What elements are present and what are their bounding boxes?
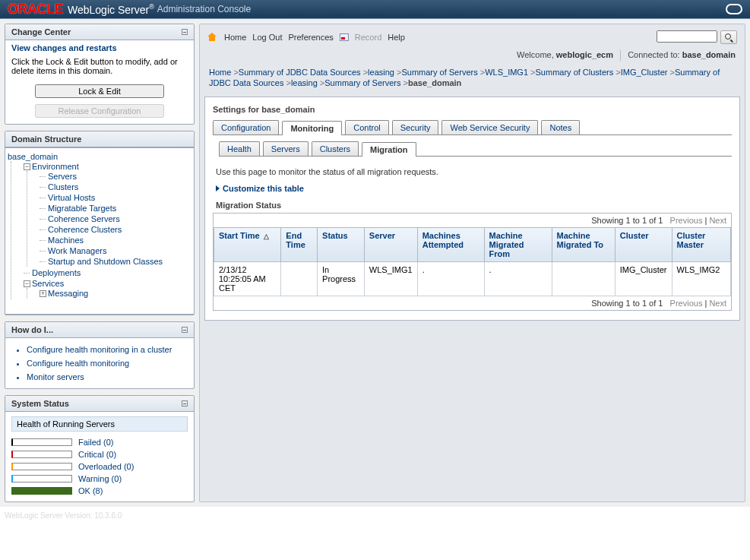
preferences-link[interactable]: Preferences xyxy=(288,33,333,42)
breadcrumb-link[interactable]: Summary of Servers xyxy=(324,78,400,87)
tree-item[interactable]: Startup and Shutdown Classes xyxy=(48,257,163,266)
tab-servers[interactable]: Servers xyxy=(263,141,309,156)
collapse-icon[interactable] xyxy=(182,327,188,333)
expand-icon[interactable]: − xyxy=(24,163,30,170)
breadcrumb-link[interactable]: Summary of JDBC Data Sources xyxy=(239,68,361,77)
domain-tree[interactable]: base_domain −Environment ServersClusters… xyxy=(5,147,195,315)
tab-control[interactable]: Control xyxy=(345,120,388,134)
home-link[interactable]: Home xyxy=(224,33,246,42)
header-bar: ORACLE WebLogic Server® Administration C… xyxy=(0,0,750,19)
tree-item[interactable]: Migratable Targets xyxy=(48,204,116,213)
connected-domain: base_domain xyxy=(682,50,736,59)
tree-item[interactable]: Servers xyxy=(48,172,77,181)
left-column: Change Center View changes and restarts … xyxy=(5,24,195,502)
tab-migration[interactable]: Migration xyxy=(362,142,416,157)
column-header[interactable]: Status xyxy=(318,227,365,261)
tab-monitoring[interactable]: Monitoring xyxy=(282,121,342,135)
tree-item[interactable]: Coherence Clusters xyxy=(48,225,122,234)
status-link[interactable]: Warning (0) xyxy=(78,474,122,483)
change-desc: Click the Lock & Edit button to modify, … xyxy=(5,57,194,81)
tree-services[interactable]: Services xyxy=(32,279,64,288)
breadcrumb-link[interactable]: Summary of Servers xyxy=(401,68,477,77)
table-cell: . xyxy=(484,261,552,296)
tree-item[interactable]: Virtual Hosts xyxy=(48,193,95,202)
status-link[interactable]: Critical (0) xyxy=(78,450,116,459)
breadcrumb-link[interactable]: IMG_Cluster xyxy=(621,68,668,77)
tab-web-service-security[interactable]: Web Service Security xyxy=(441,120,538,134)
oracle-logo: ORACLE xyxy=(8,2,63,17)
logout-link[interactable]: Log Out xyxy=(252,33,282,42)
tab-security[interactable]: Security xyxy=(392,120,439,134)
logo-area: ORACLE WebLogic Server® Administration C… xyxy=(8,2,251,17)
status-link[interactable]: OK (8) xyxy=(78,486,103,495)
tree-item[interactable]: Machines xyxy=(48,236,84,245)
product-subtitle: Administration Console xyxy=(157,4,251,14)
column-header[interactable]: Machine Migrated From xyxy=(484,227,552,261)
prev-link: Previous xyxy=(670,299,703,308)
how-do-i-portlet: How do I... Configure health monitoring … xyxy=(5,321,195,389)
column-header[interactable]: Machines Attempted xyxy=(417,227,484,261)
health-sub-header: Health of Running Servers xyxy=(11,416,188,432)
breadcrumb-link[interactable]: WLS_IMG1 xyxy=(485,68,528,77)
status-row: Overloaded (0) xyxy=(11,460,188,473)
record-link: Record xyxy=(355,33,381,42)
column-header[interactable]: Cluster Master xyxy=(672,227,731,261)
status-row: Critical (0) xyxy=(11,448,188,460)
column-header[interactable]: End Time xyxy=(281,227,318,261)
system-status-header: System Status xyxy=(5,396,194,412)
column-header[interactable]: Machine Migrated To xyxy=(552,227,615,261)
tree-item[interactable]: Coherence Servers xyxy=(48,214,120,223)
table-title: Migration Status xyxy=(213,198,732,213)
status-bar xyxy=(11,451,72,458)
oracle-o-icon xyxy=(726,4,742,14)
page-description: Use this page to monitor the status of a… xyxy=(213,163,732,184)
tree-deployments[interactable]: Deployments xyxy=(32,268,81,277)
panel-title: Settings for base_domain xyxy=(213,102,732,120)
breadcrumb-link[interactable]: leasing xyxy=(291,78,318,87)
welcome-user: weblogic_ecm xyxy=(556,50,613,59)
tab-configuration[interactable]: Configuration xyxy=(213,120,279,134)
tree-item[interactable]: Work Managers xyxy=(48,246,106,255)
search-button[interactable] xyxy=(720,30,737,44)
column-header[interactable]: Server xyxy=(364,227,417,261)
table-cell: . xyxy=(417,261,484,296)
tree-environment[interactable]: Environment xyxy=(32,162,79,171)
migration-table: Start Time △End TimeStatusServerMachines… xyxy=(214,227,731,296)
breadcrumb-link[interactable]: Home xyxy=(209,68,231,77)
breadcrumb-link[interactable]: Summary of Clusters xyxy=(536,68,614,77)
table-cell: In Progress xyxy=(318,261,365,296)
how-do-i-link[interactable]: Configure health monitoring in a cluster xyxy=(27,345,172,354)
breadcrumb: Home >Summary of JDBC Data Sources >leas… xyxy=(204,64,740,92)
lock-edit-button[interactable]: Lock & Edit xyxy=(35,84,164,98)
help-link[interactable]: Help xyxy=(388,33,405,42)
home-icon xyxy=(207,33,217,41)
collapse-icon[interactable] xyxy=(182,29,188,35)
tab-clusters[interactable]: Clusters xyxy=(312,141,359,156)
content-panel: Settings for base_domain ConfigurationMo… xyxy=(204,96,740,321)
column-header[interactable]: Cluster xyxy=(615,227,672,261)
expand-icon[interactable]: − xyxy=(24,280,30,287)
expand-icon[interactable]: + xyxy=(40,290,46,297)
record-icon xyxy=(340,33,349,41)
status-bar xyxy=(11,475,72,482)
status-link[interactable]: Failed (0) xyxy=(78,438,113,447)
how-do-i-link[interactable]: Configure health monitoring xyxy=(27,359,129,368)
tree-messaging[interactable]: Messaging xyxy=(48,289,88,298)
system-status-portlet: System Status Health of Running Servers … xyxy=(5,395,195,502)
table-cell: WLS_IMG1 xyxy=(364,261,417,296)
collapse-icon[interactable] xyxy=(182,400,188,407)
tree-item[interactable]: Clusters xyxy=(48,182,78,191)
column-header[interactable]: Start Time △ xyxy=(214,227,281,261)
tab-health[interactable]: Health xyxy=(219,141,260,156)
breadcrumb-link[interactable]: leasing xyxy=(368,68,394,77)
how-do-i-header: How do I... xyxy=(5,322,194,338)
search-input[interactable] xyxy=(657,30,717,43)
customize-table-link[interactable]: Customize this table xyxy=(213,184,307,198)
release-config-button[interactable]: Release Configuration xyxy=(35,104,164,118)
tree-root[interactable]: base_domain xyxy=(8,152,58,161)
tab-notes[interactable]: Notes xyxy=(541,120,580,134)
status-link[interactable]: Overloaded (0) xyxy=(78,462,134,471)
how-do-i-link[interactable]: Monitor servers xyxy=(27,372,84,381)
view-changes-link[interactable]: View changes and restarts xyxy=(5,40,194,57)
main-layout: Change Center View changes and restarts … xyxy=(0,19,750,507)
